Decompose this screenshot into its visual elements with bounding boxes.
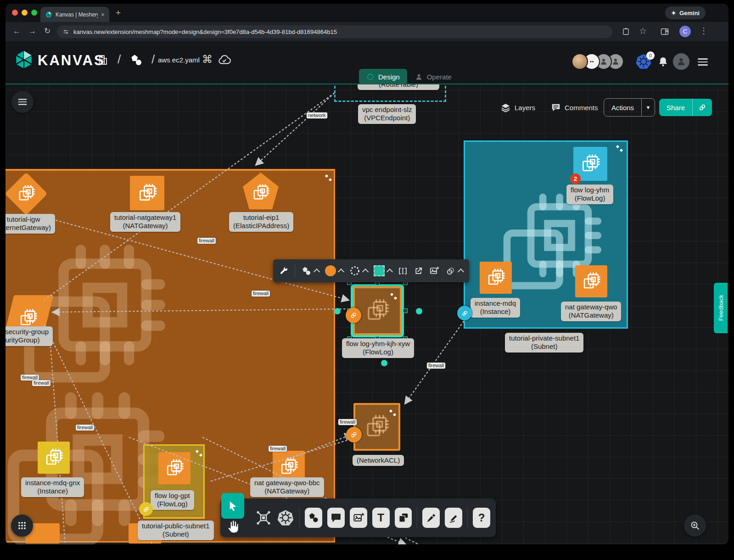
wrench-icon[interactable] (279, 266, 289, 276)
connection-dot[interactable] (416, 308, 422, 314)
node-label-nat-gateway-qwo[interactable]: nat gateway-qwo (NATGateway) (561, 302, 621, 321)
app-menu-button[interactable] (698, 56, 708, 67)
close-window-button[interactable] (12, 10, 18, 16)
back-button[interactable]: ← (13, 27, 21, 35)
bookmark-star-icon[interactable]: ☆ (639, 27, 647, 35)
forward-button[interactable]: → (28, 27, 36, 35)
edge-label-firewall[interactable]: firewall (76, 425, 94, 431)
link-badge-yellow[interactable] (139, 502, 153, 516)
layers-button[interactable]: Layers (500, 102, 535, 113)
browser-profile-avatar[interactable]: C (679, 26, 691, 37)
component-tool-button[interactable] (255, 510, 272, 526)
feedback-tab[interactable]: Feedback (714, 283, 728, 333)
node-label-security-group[interactable]: tutorial-security-group (SecurityGroup) (6, 326, 53, 346)
edge-label-firewall[interactable]: firewall (338, 419, 357, 425)
link-badge-cyan[interactable] (457, 306, 472, 320)
rename-icon[interactable] (398, 266, 408, 276)
maximize-window-button[interactable] (31, 10, 37, 16)
comments-button[interactable]: Comments (551, 102, 598, 112)
operate-mode-button[interactable]: Operate (415, 73, 452, 81)
notifications-bell-icon[interactable] (657, 56, 669, 67)
workspace-shapes-icon[interactable] (129, 53, 143, 67)
apps-grid-button[interactable] (11, 515, 33, 537)
kubernetes-context-button[interactable]: 0 (635, 53, 653, 71)
collaborator-avatar[interactable] (572, 53, 588, 70)
collapse-icon[interactable] (389, 409, 397, 417)
gemini-button[interactable]: ✦ Gemini (665, 6, 706, 19)
group-button[interactable] (445, 266, 463, 276)
command-icon[interactable]: ⌘ (202, 54, 213, 65)
actions-button[interactable]: Actions ▼ (604, 98, 655, 117)
selection-handle[interactable] (403, 308, 408, 313)
add-image-icon[interactable] (429, 266, 439, 276)
browser-tab[interactable]: Kanvas | Meshery × (40, 7, 109, 22)
help-button[interactable]: ? (473, 508, 490, 528)
kubernetes-tool-button[interactable] (277, 509, 294, 526)
node-label-network-acl[interactable]: (NetworkACL) (353, 455, 404, 466)
design-file-name[interactable]: aws ec2.yaml (158, 56, 200, 64)
node-label-natgateway1[interactable]: tutorial-natgateway1 (NATGateway) (110, 212, 180, 232)
node-label-public-subnet[interactable]: tutorial-public-subnet1 (Subnet) (138, 521, 214, 540)
node-label-vpc-endpoint[interactable]: vpc endpoint-slz (VPCEndpoint) (358, 104, 416, 124)
design-canvas[interactable]: network firewall firewall firewall firew… (6, 4, 728, 544)
border-style-button[interactable] (349, 265, 368, 276)
link-badge-orange[interactable] (346, 427, 362, 442)
edge-label-network[interactable]: network (307, 112, 327, 118)
reload-button[interactable]: ↻ (44, 27, 50, 35)
collapse-icon[interactable] (616, 145, 623, 152)
design-mode-button[interactable]: Design (359, 69, 407, 84)
browser-menu-icon[interactable]: ⋮ (700, 27, 708, 35)
edge-label-firewall[interactable]: firewall (197, 238, 216, 244)
node-label-flow-log-yhm[interactable]: flow log-yhm (FlowLog) (566, 185, 613, 204)
organization-icon[interactable] (96, 54, 109, 66)
share-button[interactable]: Share (659, 99, 712, 116)
count-badge[interactable]: 2 (570, 174, 581, 184)
collapse-icon[interactable] (390, 293, 398, 300)
side-panel-icon[interactable] (660, 27, 669, 36)
node-label-flow-log-gpt[interactable]: flow log-gpt (FlowLog) (151, 490, 194, 510)
link-badge-orange[interactable] (346, 308, 361, 323)
freehand-tool-button[interactable] (445, 508, 462, 528)
collapse-icon[interactable] (325, 174, 332, 182)
new-tab-button[interactable]: + (116, 8, 121, 17)
collapse-icon[interactable] (196, 450, 203, 457)
cloud-sync-icon[interactable] (218, 53, 231, 67)
canvas-menu-button[interactable] (11, 91, 34, 113)
node-label-igw[interactable]: tutorial-igw (InternetGateway) (6, 214, 55, 234)
node-label-instance-gnx[interactable]: instance-mdq-gnx (Instance) (21, 477, 84, 497)
node-instance-mdq[interactable] (480, 262, 512, 294)
select-tool-button[interactable] (221, 493, 244, 519)
shapes-tool-button[interactable] (305, 508, 322, 528)
connection-dot[interactable] (334, 308, 341, 314)
node-label-private-subnet[interactable]: tutorial-private-subnet1 (Subnet) (505, 333, 583, 353)
open-in-new-icon[interactable] (414, 266, 423, 276)
node-nat-gateway-qwo[interactable] (575, 265, 607, 297)
text-tool-button[interactable]: T (372, 508, 390, 528)
site-info-icon[interactable] (62, 28, 69, 35)
comment-tool-button[interactable] (327, 508, 345, 528)
edge-pen-tool-button[interactable] (422, 508, 440, 528)
caret-down-icon[interactable]: ▼ (642, 105, 655, 110)
edge-label-firewall[interactable]: firewall (427, 363, 445, 369)
edge-label-firewall[interactable]: firewall (269, 446, 287, 452)
node-instance-gnx[interactable] (38, 442, 70, 474)
image-tool-button[interactable] (350, 508, 367, 528)
save-clipboard-icon[interactable] (622, 27, 630, 36)
close-tab-icon[interactable]: × (101, 11, 105, 18)
user-avatar[interactable] (672, 52, 690, 71)
node-flow-log-gpt[interactable] (158, 452, 191, 484)
style-swatch-button[interactable] (374, 265, 392, 276)
node-label-instance-mdq[interactable]: instance-mdq (Instance) (471, 298, 520, 318)
edge-label-firewall[interactable]: firewall (32, 380, 50, 386)
node-label-eip1[interactable]: tutorial-eip1 (ElasticIPAddress) (229, 212, 293, 232)
node-natgateway1[interactable] (130, 176, 164, 210)
minimize-window-button[interactable] (22, 10, 28, 16)
fill-color-button[interactable] (325, 265, 343, 276)
share-link-icon[interactable] (693, 103, 712, 112)
edge-label-firewall[interactable]: firewall (252, 291, 270, 297)
url-field[interactable]: kanvas.new/extension/meshmap?mode=design… (57, 25, 612, 38)
node-label-nat-gateway-bbc[interactable]: nat gateway-qwo-bbc (NATGateway) (250, 477, 324, 497)
shapes-menu-button[interactable] (301, 266, 319, 276)
kanvas-logo[interactable] (14, 50, 34, 70)
zoom-button[interactable] (684, 515, 706, 537)
